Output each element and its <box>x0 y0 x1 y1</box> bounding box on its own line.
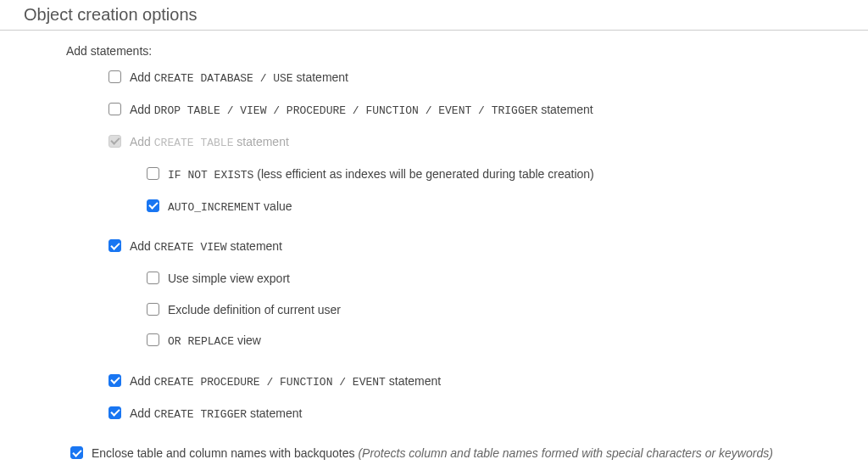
option-simple-view: Use simple view export <box>147 271 844 286</box>
create-procedure-label: Add CREATE PROCEDURE / FUNCTION / EVENT … <box>130 373 441 390</box>
auto-increment-checkbox[interactable] <box>147 199 159 212</box>
create-view-label: Add CREATE VIEW statement <box>130 238 282 255</box>
option-auto-increment: AUTO_INCREMENT value <box>147 199 844 216</box>
backquotes-label: Enclose table and column names with back… <box>92 445 773 461</box>
if-not-exists-checkbox[interactable] <box>147 167 159 180</box>
or-replace-checkbox[interactable] <box>147 333 159 346</box>
or-replace-label: OR REPLACE view <box>168 333 261 350</box>
exclude-def-checkbox[interactable] <box>147 303 159 316</box>
option-exclude-def: Exclude definition of current user <box>147 302 844 317</box>
if-not-exists-label: IF NOT EXISTS (less efficient as indexes… <box>168 166 594 183</box>
exclude-def-label: Exclude definition of current user <box>168 302 341 317</box>
option-backquotes: Enclose table and column names with back… <box>70 445 844 461</box>
section-title: Object creation options <box>0 0 868 31</box>
simple-view-checkbox[interactable] <box>147 272 159 284</box>
auto-increment-label: AUTO_INCREMENT value <box>168 199 292 216</box>
option-drop-table: Add DROP TABLE / VIEW / PROCEDURE / FUNC… <box>108 102 844 119</box>
create-procedure-checkbox[interactable] <box>108 374 121 387</box>
drop-table-label: Add DROP TABLE / VIEW / PROCEDURE / FUNC… <box>130 102 593 119</box>
option-or-replace: OR REPLACE view <box>147 333 844 350</box>
option-create-view: Add CREATE VIEW statement <box>108 238 844 255</box>
create-database-label: Add CREATE DATABASE / USE statement <box>130 70 348 87</box>
option-create-trigger: Add CREATE TRIGGER statement <box>108 406 844 423</box>
add-statements-label: Add statements: <box>66 44 844 58</box>
create-trigger-label: Add CREATE TRIGGER statement <box>130 406 302 423</box>
drop-table-checkbox[interactable] <box>108 103 121 115</box>
create-database-checkbox[interactable] <box>108 70 121 83</box>
option-create-database: Add CREATE DATABASE / USE statement <box>108 70 844 87</box>
option-create-procedure: Add CREATE PROCEDURE / FUNCTION / EVENT … <box>108 373 844 390</box>
create-view-checkbox[interactable] <box>108 239 121 252</box>
simple-view-label: Use simple view export <box>168 271 290 286</box>
option-if-not-exists: IF NOT EXISTS (less efficient as indexes… <box>147 166 844 183</box>
create-table-label: Add CREATE TABLE statement <box>130 134 289 151</box>
backquotes-checkbox[interactable] <box>70 446 83 459</box>
create-table-checkbox <box>108 135 121 148</box>
create-trigger-checkbox[interactable] <box>108 406 121 419</box>
option-create-table: Add CREATE TABLE statement <box>108 134 844 151</box>
